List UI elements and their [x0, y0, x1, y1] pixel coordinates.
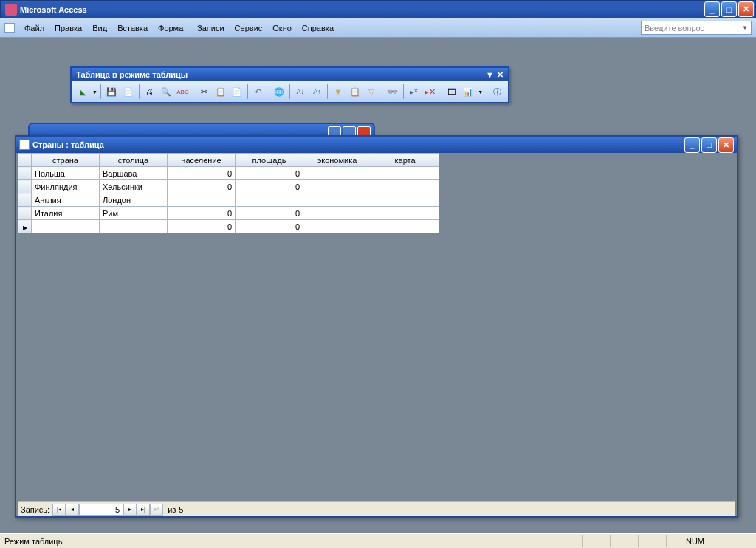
help-dropdown-icon[interactable]: ▼ — [742, 24, 748, 31]
view-dropdown-icon[interactable]: ▼ — [92, 83, 99, 100]
close-button[interactable]: ✕ — [738, 1, 754, 17]
cell[interactable]: Польша — [32, 167, 100, 180]
menu-edit[interactable]: Правка — [49, 21, 87, 35]
cell[interactable] — [32, 220, 100, 233]
cell[interactable] — [236, 193, 303, 207]
table-row[interactable]: Польша Варшава 0 0 — [18, 167, 439, 180]
cut-button[interactable]: ✂ — [196, 83, 212, 100]
cell[interactable]: 0 — [236, 180, 303, 193]
cell[interactable]: Финляндия — [32, 180, 100, 193]
cell[interactable]: 0 — [168, 167, 236, 180]
first-record-button[interactable]: |◂ — [52, 504, 66, 516]
row-selector[interactable] — [18, 167, 32, 180]
copy-button[interactable]: 📋 — [213, 83, 229, 100]
delete-record-button[interactable]: ▸✕ — [422, 83, 439, 100]
save-button[interactable]: 💾 — [103, 83, 120, 100]
help-button[interactable]: ⓘ — [489, 83, 506, 100]
col-header-population[interactable]: население — [168, 154, 236, 167]
cell[interactable]: Рим — [100, 207, 168, 220]
toolbar-close-icon[interactable]: ✕ — [497, 70, 504, 80]
database-window-button[interactable]: 🗔 — [444, 83, 460, 100]
cell[interactable]: Варшава — [100, 167, 168, 180]
cell[interactable]: 0 — [168, 180, 236, 193]
cell[interactable] — [168, 193, 236, 207]
cell[interactable]: Лондон — [100, 193, 168, 207]
ds-close-button[interactable]: ✕ — [718, 137, 734, 153]
cell[interactable]: Англия — [32, 193, 100, 207]
menu-view[interactable]: Вид — [87, 21, 112, 35]
cell[interactable]: 0 — [236, 220, 303, 233]
row-selector[interactable] — [18, 193, 32, 207]
col-header-economy[interactable]: экономика — [303, 154, 371, 167]
new-object-button[interactable]: 📊 — [460, 83, 476, 100]
cell[interactable] — [303, 193, 371, 207]
cell[interactable] — [303, 180, 371, 193]
print-button[interactable]: 🖨 — [142, 83, 158, 100]
current-row-indicator[interactable] — [18, 220, 32, 233]
table-row[interactable]: Италия Рим 0 0 — [18, 207, 439, 220]
menu-service[interactable]: Сервис — [230, 21, 268, 35]
menu-format[interactable]: Формат — [153, 21, 192, 35]
menu-insert[interactable]: Вставка — [112, 21, 153, 35]
new-object-dropdown-icon[interactable]: ▼ — [477, 83, 484, 100]
row-selector[interactable] — [18, 180, 32, 193]
cell[interactable] — [303, 167, 371, 180]
cell[interactable]: Италия — [32, 207, 100, 220]
undo-button[interactable]: ↶ — [250, 83, 267, 100]
next-record-button[interactable]: ▸ — [123, 504, 137, 516]
col-header-country[interactable]: страна — [32, 154, 100, 167]
sort-asc-button[interactable]: A↓ — [292, 83, 309, 100]
row-selector[interactable] — [18, 207, 32, 220]
cell[interactable] — [100, 220, 168, 233]
help-search-box[interactable]: Введите вопрос ▼ — [641, 21, 752, 35]
select-all-cell[interactable] — [18, 154, 32, 167]
sort-desc-button[interactable]: A↑ — [309, 83, 326, 100]
menu-file[interactable]: Файл — [19, 21, 49, 35]
menu-records[interactable]: Записи — [192, 21, 230, 35]
find-button[interactable]: 👓 — [385, 83, 401, 100]
menu-control-icon[interactable] — [4, 23, 15, 33]
cell[interactable]: 0 — [236, 167, 303, 180]
toolbar-titlebar[interactable]: Таблица в режиме таблицы ▼ ✕ — [72, 68, 508, 81]
new-record-row[interactable]: 0 0 — [18, 220, 439, 233]
print-preview-button[interactable]: 🔍 — [158, 83, 174, 100]
hyperlink-button[interactable]: 🌐 — [272, 83, 288, 100]
ds-minimize-button[interactable]: _ — [684, 137, 700, 153]
toolbar-options-icon[interactable]: ▼ — [486, 70, 494, 80]
maximize-button[interactable]: □ — [721, 1, 737, 17]
filter-form-button[interactable]: 📋 — [347, 83, 363, 100]
menu-help[interactable]: Справка — [297, 21, 339, 35]
col-header-area[interactable]: площадь — [236, 154, 303, 167]
cell[interactable] — [303, 207, 371, 220]
minimize-button[interactable]: _ — [704, 1, 720, 17]
record-number-input[interactable]: 5 — [79, 504, 123, 516]
data-grid[interactable]: страна столица население площадь экономи… — [18, 153, 439, 233]
apply-filter-button[interactable]: ▽ — [363, 83, 379, 100]
cell[interactable] — [371, 180, 439, 193]
last-record-button[interactable]: ▸| — [137, 504, 150, 516]
col-header-map[interactable]: карта — [371, 154, 439, 167]
cell[interactable]: 0 — [168, 207, 236, 220]
ds-maximize-button[interactable]: □ — [701, 137, 717, 153]
cell[interactable] — [371, 220, 439, 233]
datasheet-titlebar[interactable]: Страны : таблица _ □ ✕ — [16, 137, 737, 153]
export-button[interactable]: 📄 — [120, 83, 137, 100]
cell[interactable] — [371, 207, 439, 220]
spellcheck-button[interactable]: ABC — [175, 83, 191, 100]
cell[interactable]: 0 — [168, 220, 236, 233]
menu-window[interactable]: Окно — [267, 21, 297, 35]
cell[interactable] — [371, 167, 439, 180]
col-header-capital[interactable]: столица — [100, 154, 168, 167]
new-record-nav-button[interactable]: ▸* — [150, 504, 163, 516]
filter-selection-button[interactable]: ▼ — [330, 83, 346, 100]
new-record-button[interactable]: ▸* — [406, 83, 422, 100]
cell[interactable]: Хельсинки — [100, 180, 168, 193]
cell[interactable] — [303, 220, 371, 233]
table-row[interactable]: Финляндия Хельсинки 0 0 — [18, 180, 439, 193]
cell[interactable]: 0 — [236, 207, 303, 220]
view-button[interactable]: ◣ — [75, 83, 91, 100]
cell[interactable] — [371, 193, 439, 207]
table-row[interactable]: Англия Лондон — [18, 193, 439, 207]
prev-record-button[interactable]: ◂ — [66, 504, 79, 516]
paste-button[interactable]: 📄 — [229, 83, 245, 100]
